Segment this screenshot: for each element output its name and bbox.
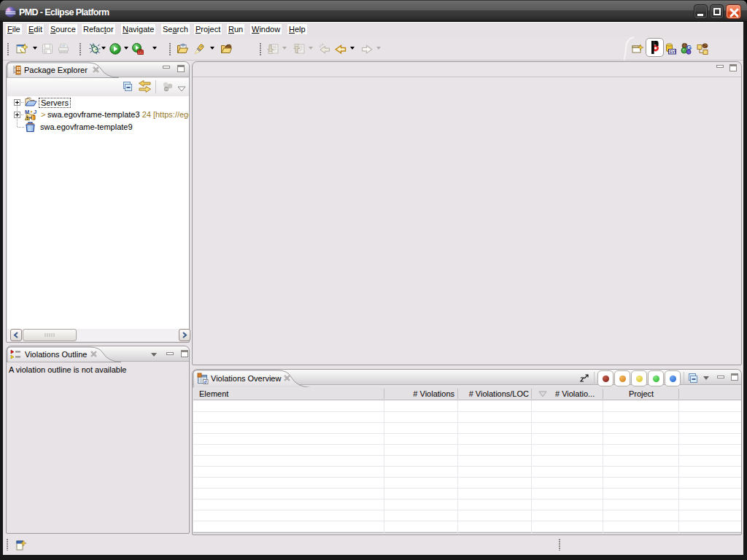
- svg-text:M: M: [25, 109, 29, 115]
- svg-text:SVN: SVN: [669, 50, 676, 54]
- svg-text:J: J: [34, 109, 36, 115]
- svg-text:G: G: [686, 43, 692, 51]
